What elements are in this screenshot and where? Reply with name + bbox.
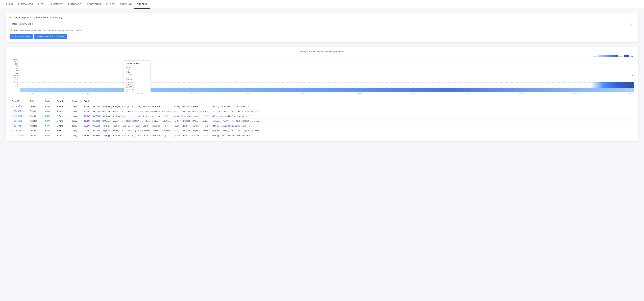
heatmap-container[interactable]: errors >10s 10s 5s 2.5s 1s 0.5s 0.25s 10… bbox=[10, 59, 634, 95]
tooltip-row-5-10s: 5-10 s - bbox=[126, 71, 148, 73]
x-label-10: 02:35:20 bbox=[519, 93, 525, 95]
trace-duration: 0.7 ms bbox=[55, 114, 70, 119]
heatmap-chart-area[interactable]: ⚙ Jul 03, 02:35:01 errors - >10 s - 5-10… bbox=[20, 59, 634, 95]
cpu-dot bbox=[38, 3, 40, 5]
table-row[interactable]: ≡ d3273add ferretdb OK 1.2 ms query SELE… bbox=[10, 133, 634, 138]
y-label-100ms: 100ms bbox=[13, 77, 18, 78]
tooltip-row-0s5-1s: 0.5-1 s - bbox=[126, 78, 148, 80]
trace-duration: 0.8 ms bbox=[55, 123, 70, 128]
y-label-10ms: 10ms bbox=[14, 83, 18, 85]
tooltip-row-2-5s: 2.5-5 s - bbox=[126, 73, 148, 75]
trace-details: SELECT COALESCE(SUM(c.reltuples), 0), CO… bbox=[82, 109, 634, 114]
status-ok-dot bbox=[45, 120, 46, 122]
x-label-11: 02:35:25 bbox=[573, 93, 580, 95]
trace-name: query bbox=[70, 104, 82, 109]
x-label-9: 02:35:15 bbox=[464, 93, 471, 95]
trace-id-cell: ≡ 3a236065 bbox=[10, 114, 28, 119]
heatmap-x-axis: Jul 03 02:34:40 02:34:45 02:34:50 02:34:… bbox=[30, 92, 634, 95]
nav-item-postgres[interactable]: POSTGRES bbox=[84, 0, 104, 9]
th-trace-id: Trace ID bbox=[10, 99, 28, 104]
nav-label-instances: INSTANCES bbox=[20, 3, 33, 5]
query-text: SELECT COALESCE( SUM( pg_total_relation_… bbox=[84, 135, 252, 137]
trace-id-cell: ≡ e165afac bbox=[10, 128, 28, 133]
hint-text: Select a chart area to see traces for a … bbox=[14, 29, 82, 31]
show-error-traces-button[interactable]: ⊟ Show error traces bbox=[10, 34, 33, 39]
trace-id-link[interactable]: 0bc6f7f5 bbox=[14, 110, 24, 112]
nav-label-cpu: CPU bbox=[40, 3, 45, 5]
tracer-select[interactable]: OpenTelemetry (eBPF) bbox=[10, 21, 634, 27]
trace-status: OK bbox=[43, 133, 55, 138]
trace-id-link[interactable]: 3a236065 bbox=[14, 115, 24, 117]
trace-id-cell: ≡ cee1d504 bbox=[10, 119, 28, 123]
heatmap-main-band bbox=[20, 88, 634, 92]
trace-client: ferretdb bbox=[28, 114, 43, 119]
tooltip-row-errors: errors - bbox=[126, 66, 148, 68]
table-header-row: Trace ID Client Status Duration Name Det… bbox=[10, 99, 634, 104]
trace-status: OK bbox=[43, 114, 55, 119]
trace-id-cell: ≡ 114f4e44 bbox=[10, 123, 28, 128]
nav-item-tracing[interactable]: TRACING bbox=[134, 0, 150, 9]
table-row[interactable]: ≡ 114f4e44 ferretdb OK 0.8 ms query SELE… bbox=[10, 123, 634, 128]
table-row[interactable]: ≡ c346fcc2 ferretdb OK 1.3 ms query SELE… bbox=[10, 104, 634, 109]
nav-item-slo[interactable]: SLO bbox=[3, 0, 16, 9]
show-latency-slo-button[interactable]: ⊟ Show latency SLO violations bbox=[34, 34, 67, 39]
filter-icon-2: ⊟ bbox=[36, 35, 38, 38]
x-label-2: 02:34:40 bbox=[82, 93, 89, 95]
main-content: Using data gathered by the eBPF tracer (… bbox=[0, 9, 644, 146]
nav-item-instances[interactable]: INSTANCES bbox=[16, 0, 36, 9]
trace-id-link[interactable]: d3273add bbox=[14, 134, 24, 137]
th-name: Name bbox=[70, 99, 82, 104]
trace-id-cell: ≡ d3273add bbox=[10, 133, 28, 138]
x-label-3: 02:34:45 bbox=[137, 93, 143, 95]
table-row[interactable]: ≡ 3a236065 ferretdb OK 0.7 ms query SELE… bbox=[10, 114, 634, 119]
trace-details: SELECT COALESCE( SUM( pg_total_relation_… bbox=[82, 133, 634, 138]
trace-status: OK bbox=[43, 123, 55, 128]
tooltip-row-10s: >10 s - bbox=[126, 68, 148, 70]
legend-max-bar bbox=[624, 55, 629, 57]
trace-details: SELECT COALESCE(SUM(c.reltuples), 0), CO… bbox=[82, 119, 634, 123]
status-ok-badge: OK bbox=[45, 110, 50, 112]
trace-table: Trace ID Client Status Duration Name Det… bbox=[10, 99, 634, 138]
trace-duration: 1.9 ms bbox=[55, 128, 70, 133]
trace-row-icon: ≡ bbox=[12, 115, 12, 117]
trace-id-link[interactable]: e165afac bbox=[14, 130, 24, 132]
heatmap-right-band bbox=[591, 82, 634, 88]
trace-id-link[interactable]: c346fcc2 bbox=[14, 105, 24, 108]
status-ok-badge: OK bbox=[45, 115, 50, 117]
th-details: Details bbox=[82, 99, 634, 104]
configure-link[interactable]: configure bbox=[52, 16, 61, 19]
trace-details: SELECT COALESCE( SUM( pg_total_relation_… bbox=[82, 114, 634, 119]
table-row[interactable]: ≡ cee1d504 ferretdb OK 0.7 ms query SELE… bbox=[10, 119, 634, 123]
status-ok-dot bbox=[45, 125, 46, 127]
table-row[interactable]: ≡ e165afac ferretdb OK 1.9 ms query SELE… bbox=[10, 128, 634, 133]
heatmap-grid[interactable]: ⚙ Jul 03, 02:35:01 errors - >10 s - 5-10… bbox=[20, 59, 634, 92]
status-ok-dot bbox=[45, 106, 46, 107]
trace-row-icon: ≡ bbox=[12, 120, 12, 122]
nav-item-logs[interactable]: LOGS bbox=[104, 0, 117, 9]
query-text: SELECT COALESCE(SUM(c.reltuples), 0), CO… bbox=[84, 120, 259, 122]
instances-dot bbox=[18, 3, 20, 5]
settings-icon[interactable]: ⚙ bbox=[632, 74, 634, 77]
trace-details: SELECT COALESCE(SUM(c.reltuples), 0), CO… bbox=[82, 128, 634, 133]
th-duration: Duration bbox=[55, 99, 70, 104]
nav-item-profiling[interactable]: PROFILING bbox=[117, 0, 134, 9]
x-label-8: 02:35:10 bbox=[410, 93, 416, 95]
status-ok-badge: OK bbox=[45, 134, 50, 137]
nav-item-memory[interactable]: MEMORY bbox=[48, 0, 65, 9]
nav-item-storage[interactable]: STORAGE bbox=[65, 0, 84, 9]
trace-name: query bbox=[70, 128, 82, 133]
query-text: SELECT COALESCE( SUM( pg_total_relation_… bbox=[84, 125, 252, 127]
memory-dot bbox=[50, 3, 52, 5]
nav-label-slo: SLO bbox=[8, 3, 13, 5]
status-ok-badge: OK bbox=[45, 120, 50, 122]
nav-item-cpu[interactable]: CPU bbox=[36, 0, 48, 9]
trace-id-link[interactable]: cee1d504 bbox=[14, 120, 24, 122]
hint-row: 💡 Select a chart area to see traces for … bbox=[10, 29, 634, 32]
trace-id-link[interactable]: 114f4e44 bbox=[14, 125, 24, 127]
table-row[interactable]: ≡ 0bc6f7f5 ferretdb OK 4.1 ms query SELE… bbox=[10, 109, 634, 114]
nav-label-logs: LOGS bbox=[108, 3, 114, 5]
tooltip-row-0s1-0s25: 0.1-0.25 s - bbox=[126, 84, 148, 86]
y-label-50ms: 50ms bbox=[14, 79, 18, 81]
nav-label-storage: STORAGE bbox=[70, 3, 81, 5]
trace-duration: 0.7 ms bbox=[55, 119, 70, 123]
